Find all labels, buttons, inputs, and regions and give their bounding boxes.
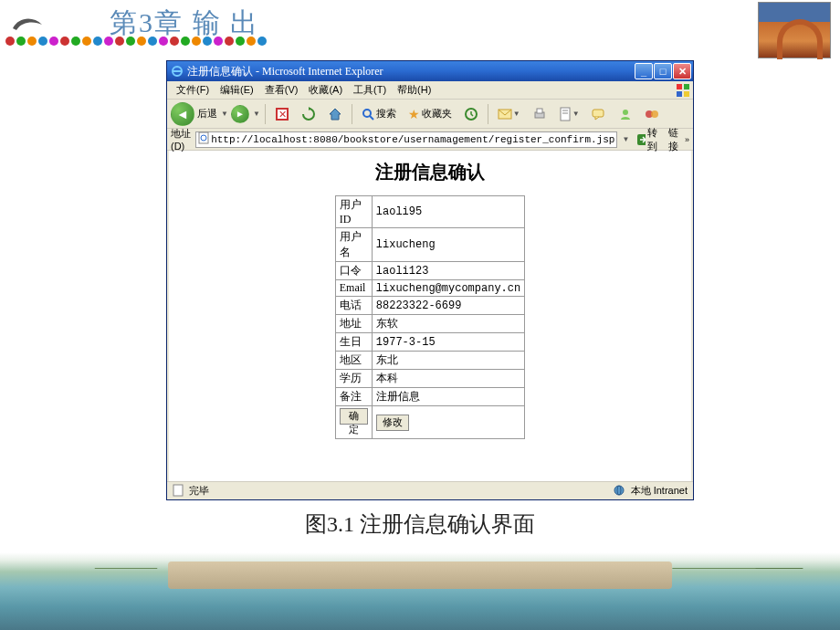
maximize-button[interactable]: □ <box>654 63 672 79</box>
address-url: http://localhost:8080/bookstore/usernama… <box>211 134 614 145</box>
table-row: 用户IDlaoli95 <box>335 196 524 228</box>
modify-button[interactable]: 修改 <box>376 415 409 431</box>
page-heading: 注册信息确认 <box>169 160 691 184</box>
status-text: 完毕 <box>189 484 209 498</box>
mail-button[interactable]: ▼ <box>493 103 525 125</box>
table-row: 电话88223322-6699 <box>335 297 524 315</box>
menubar: 文件(F) 编辑(E) 查看(V) 收藏(A) 工具(T) 帮助(H) <box>167 81 693 100</box>
back-button[interactable]: ◄ <box>171 102 194 126</box>
row-label: 口令 <box>335 262 372 280</box>
page-icon <box>198 131 209 147</box>
row-label: Email <box>335 280 372 297</box>
windows-flag-icon <box>675 82 691 99</box>
row-value: 1977-3-15 <box>372 333 524 352</box>
address-label: 地址(D) <box>171 127 192 152</box>
menu-tools[interactable]: 工具(T) <box>348 81 392 99</box>
row-label: 备注 <box>335 388 372 406</box>
search-button[interactable]: 搜索 <box>357 103 401 125</box>
arch-photo <box>758 2 831 58</box>
svg-point-24 <box>614 486 624 495</box>
links-label[interactable]: 链接 <box>668 126 681 153</box>
toolbar: ◄ 后退 ▼ ► ▼ ✕ 搜索 ★ 收藏夹 ▼ ▼ <box>167 100 693 129</box>
table-row: 地区东北 <box>335 352 524 370</box>
titlebar: 注册信息确认 - Microsoft Internet Explorer _ □… <box>167 61 693 81</box>
extra-button[interactable] <box>640 103 664 125</box>
row-label: 地址 <box>335 315 372 333</box>
row-label: 用户ID <box>335 196 372 228</box>
figure-caption: 图3.1 注册信息确认界面 <box>0 509 840 539</box>
row-value: 东软 <box>372 315 524 333</box>
refresh-button[interactable] <box>297 103 320 125</box>
svg-line-8 <box>370 116 373 120</box>
forward-button[interactable]: ► <box>231 105 249 123</box>
print-button[interactable] <box>528 103 551 125</box>
statusbar: 完毕 本地 Intranet <box>167 481 693 499</box>
status-done-icon <box>173 484 184 499</box>
zone-text: 本地 Intranet <box>631 484 688 498</box>
back-label: 后退 <box>197 107 217 121</box>
svg-point-7 <box>363 110 371 117</box>
close-button[interactable]: ✕ <box>673 63 691 79</box>
registration-table: 用户IDlaoli95用户名lixucheng口令laoli123Emailli… <box>335 195 525 439</box>
favorites-button[interactable]: ★ 收藏夹 <box>404 103 457 125</box>
svg-rect-23 <box>173 485 183 496</box>
edit-button[interactable]: ▼ <box>554 103 584 125</box>
page-content: 注册信息确认 用户IDlaoli95用户名lixucheng口令laoli123… <box>167 151 693 481</box>
menu-help[interactable]: 帮助(H) <box>392 81 436 99</box>
menu-file[interactable]: 文件(F) <box>171 81 215 99</box>
discuss-button[interactable] <box>587 103 611 125</box>
table-row: 生日1977-3-15 <box>335 333 524 352</box>
zone-icon <box>613 484 625 499</box>
dolphin-logo-icon <box>9 12 46 35</box>
decorative-dots <box>5 37 267 47</box>
table-row: 用户名lixucheng <box>335 228 524 262</box>
row-label: 用户名 <box>335 228 372 262</box>
table-row: Emaillixucheng@mycompany.cn <box>335 280 524 297</box>
svg-point-17 <box>623 110 628 115</box>
go-button[interactable]: 转到 <box>633 131 665 148</box>
table-row: 地址东软 <box>335 315 524 333</box>
forward-dropdown-icon[interactable]: ▼ <box>253 110 260 118</box>
row-value: lixucheng <box>372 228 524 262</box>
row-label: 电话 <box>335 297 372 315</box>
svg-rect-2 <box>684 84 689 89</box>
history-button[interactable] <box>459 103 483 125</box>
back-dropdown-icon[interactable]: ▼ <box>221 110 228 118</box>
svg-rect-3 <box>677 91 682 97</box>
table-row: 备注注册信息 <box>335 388 524 406</box>
row-value: 东北 <box>372 352 524 370</box>
stop-button[interactable]: ✕ <box>270 103 294 125</box>
row-value: laoli95 <box>372 196 524 228</box>
window-title: 注册信息确认 - Microsoft Internet Explorer <box>187 64 635 79</box>
browser-window: 注册信息确认 - Microsoft Internet Explorer _ □… <box>166 60 694 500</box>
home-button[interactable] <box>323 103 347 125</box>
svg-point-19 <box>651 110 658 118</box>
row-value: 注册信息 <box>372 388 524 406</box>
address-dropdown-icon[interactable]: ▼ <box>622 135 629 143</box>
row-value: 本科 <box>372 370 524 388</box>
favorites-label: 收藏夹 <box>422 107 452 121</box>
confirm-button[interactable]: 确定 <box>340 408 368 425</box>
svg-text:✕: ✕ <box>278 109 286 120</box>
menu-favorites[interactable]: 收藏(A) <box>303 81 348 99</box>
svg-rect-16 <box>593 110 604 117</box>
addressbar: 地址(D) http://localhost:8080/bookstore/us… <box>167 129 693 151</box>
row-label: 生日 <box>335 333 372 352</box>
svg-rect-1 <box>677 84 682 89</box>
landscape-decoration <box>0 552 840 630</box>
table-row: 学历本科 <box>335 370 524 388</box>
messenger-button[interactable] <box>614 103 637 125</box>
links-expand-icon[interactable]: » <box>685 135 689 144</box>
menu-view[interactable]: 查看(V) <box>259 81 304 99</box>
menu-edit[interactable]: 编辑(E) <box>215 81 259 99</box>
address-input[interactable]: http://localhost:8080/bookstore/usernama… <box>195 131 617 148</box>
ie-icon <box>171 65 184 78</box>
row-value: 88223322-6699 <box>372 297 524 315</box>
table-row: 口令laoli123 <box>335 262 524 280</box>
row-label: 学历 <box>335 370 372 388</box>
minimize-button[interactable]: _ <box>635 63 653 79</box>
svg-rect-12 <box>537 109 542 113</box>
svg-rect-13 <box>561 108 570 121</box>
row-value: lixucheng@mycompany.cn <box>372 280 524 297</box>
search-label: 搜索 <box>376 107 396 121</box>
